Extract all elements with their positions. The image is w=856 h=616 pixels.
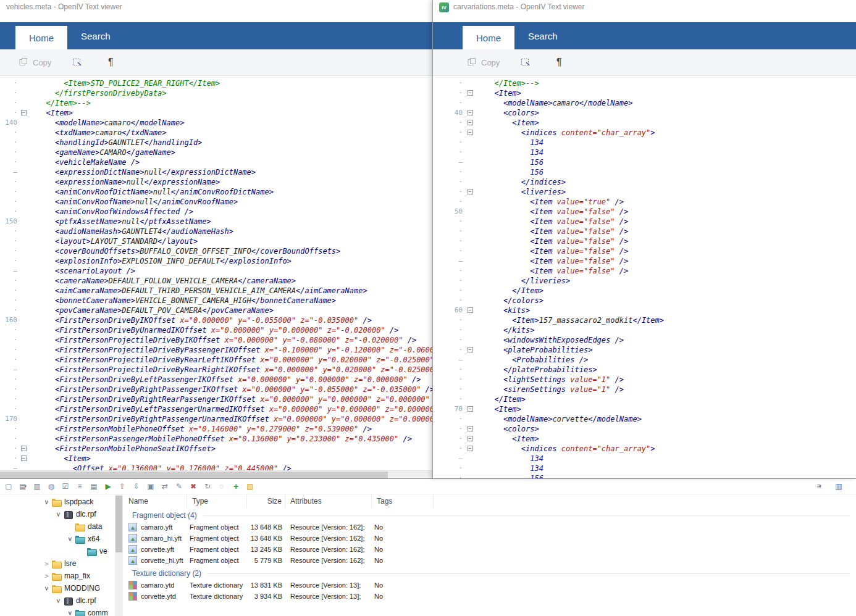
- tree-item-lsre[interactable]: >lsre: [0, 557, 115, 570]
- new-file-icon[interactable]: ▢: [2, 480, 15, 493]
- chevron-expanded-icon[interactable]: >: [43, 584, 51, 593]
- chevron-expanded-icon[interactable]: >: [54, 510, 62, 519]
- fold-column: [17, 217, 30, 227]
- fold-column: −: [463, 345, 477, 355]
- add-file-icon[interactable]: +: [230, 480, 242, 493]
- column-header-size[interactable]: Size: [247, 494, 285, 508]
- move-file-icon[interactable]: ⇄: [159, 480, 171, 493]
- folder-tree[interactable]: >lspdpack>dlc.rpfdata>x64ve>lsre>map_fix…: [0, 496, 115, 616]
- list-icon[interactable]: ≡: [73, 480, 86, 493]
- file-row-corvette.yft[interactable]: corvette.yftFragment object13 245 KBReso…: [124, 544, 856, 555]
- fold-collapse-icon[interactable]: −: [468, 426, 473, 431]
- preview-pane-icon[interactable]: ▥: [833, 480, 845, 493]
- tree-item-comm[interactable]: >comm: [0, 607, 115, 616]
- tab-home[interactable]: Home: [463, 26, 514, 49]
- rename-icon[interactable]: ✎: [173, 480, 185, 493]
- scrollbar-thumb[interactable]: [0, 472, 388, 478]
- tree-item-lspdpack[interactable]: >lspdpack: [0, 496, 115, 508]
- column-header-attributes[interactable]: Attributes: [285, 494, 372, 508]
- tab-home[interactable]: Home: [15, 26, 67, 49]
- fold-collapse-icon[interactable]: −: [468, 90, 473, 96]
- file-row-corvette.ytd[interactable]: corvette.ytdTexture dictionary3 934 KBRe…: [124, 591, 856, 602]
- chevron-collapsed-icon[interactable]: >: [42, 560, 51, 568]
- select-all-icon[interactable]: [70, 55, 85, 70]
- copy-file-icon[interactable]: ▣: [145, 480, 157, 493]
- export-icon[interactable]: ⇧: [116, 480, 128, 493]
- column-header-type[interactable]: Type: [187, 494, 247, 508]
- file-row-camaro_hi.yft[interactable]: camaro_hi.yftFragment object13 648 KBRes…: [124, 533, 856, 544]
- world-icon[interactable]: ◍: [45, 480, 57, 493]
- fold-collapse-icon[interactable]: −: [21, 446, 27, 451]
- fold-column: [17, 246, 30, 256]
- code-line-39: · <modelName>camaro</modelName>: [433, 98, 856, 108]
- tree-item-map-fix[interactable]: >map_fix: [0, 570, 115, 582]
- fold-collapse-icon[interactable]: −: [21, 110, 27, 115]
- tab-search[interactable]: Search: [67, 22, 124, 49]
- column-header-name[interactable]: Name: [124, 494, 187, 508]
- edit-mode-icon[interactable]: ▶: [102, 480, 114, 493]
- tree-item-modding[interactable]: >MODDING: [0, 582, 115, 594]
- copy-button[interactable]: Copy: [467, 57, 500, 69]
- group-header[interactable]: Fragment object (4): [124, 510, 856, 520]
- ytd-file-icon: [128, 592, 137, 601]
- search-icon[interactable]: ◌: [216, 480, 228, 493]
- copy-button[interactable]: Copy: [19, 57, 51, 69]
- file-row-corvette_hi.yft[interactable]: corvette_hi.yftFragment object5 779 KBRe…: [124, 555, 856, 566]
- line-number: ·: [433, 197, 463, 207]
- titlebar[interactable]: IV carvariations.meta - OpenIV Text view…: [433, 0, 856, 22]
- fold-collapse-icon[interactable]: −: [21, 456, 27, 461]
- file-row-camaro.ytd[interactable]: camaro.ytdTexture dictionary13 831 KBRes…: [124, 580, 856, 591]
- tree-vertical-scrollbar[interactable]: [115, 494, 123, 616]
- code-line-66: · </plateProbabilities>: [433, 365, 856, 375]
- show-formatting-icon[interactable]: ¶: [552, 55, 566, 70]
- tree-item-dlc-rpf[interactable]: >dlc.rpf: [0, 594, 115, 607]
- import-icon[interactable]: ⇩: [130, 480, 143, 493]
- fold-collapse-icon[interactable]: −: [468, 446, 473, 451]
- chevron-expanded-icon[interactable]: >: [66, 535, 74, 544]
- code-text: <Item value="false" />: [477, 236, 856, 246]
- tree-item-data[interactable]: data: [0, 520, 115, 533]
- checkbox-icon[interactable]: ☑: [59, 480, 72, 493]
- fold-column: −: [463, 404, 477, 414]
- fold-collapse-icon[interactable]: −: [468, 110, 473, 115]
- new-package-icon[interactable]: ▧: [244, 480, 256, 493]
- fold-collapse-icon[interactable]: −: [468, 120, 473, 125]
- chevron-expanded-icon[interactable]: >: [43, 497, 51, 507]
- tree-item-ve[interactable]: ve: [0, 545, 115, 557]
- line-number: ·: [433, 177, 463, 187]
- dropdown-caret-icon[interactable]: ▾: [24, 484, 27, 489]
- show-formatting-icon[interactable]: ¶: [103, 55, 118, 70]
- fold-collapse-icon[interactable]: −: [468, 347, 473, 352]
- tree-view-icon[interactable]: ▤: [88, 480, 100, 493]
- file-list-header: Name Type Size Attributes Tags: [124, 494, 856, 508]
- tab-search[interactable]: Search: [514, 22, 571, 49]
- code-line-62: · </kits>: [433, 325, 856, 335]
- fold-collapse-icon[interactable]: −: [468, 307, 473, 313]
- fold-collapse-icon[interactable]: −: [468, 189, 473, 194]
- dropdown-caret-icon[interactable]: ▾: [819, 484, 821, 489]
- chevron-expanded-icon[interactable]: >: [54, 596, 62, 606]
- tree-item-dlc-rpf[interactable]: >dlc.rpf: [0, 508, 115, 520]
- fold-collapse-icon[interactable]: −: [468, 436, 473, 441]
- group-divider: [203, 515, 850, 516]
- details-view-icon[interactable]: ≡▾: [813, 480, 825, 493]
- refresh-icon[interactable]: ↻: [201, 480, 214, 493]
- save-icon[interactable]: ▥: [31, 480, 43, 493]
- line-number: ·: [433, 464, 463, 473]
- line-number: ·: [0, 138, 17, 148]
- open-file-icon[interactable]: ▤▾: [17, 480, 29, 493]
- chevron-collapsed-icon[interactable]: >: [42, 572, 51, 580]
- scrollbar-thumb[interactable]: [115, 496, 122, 552]
- fold-column: −: [463, 118, 477, 128]
- delete-icon[interactable]: ✖: [187, 480, 199, 493]
- column-header-tags[interactable]: Tags: [372, 494, 434, 508]
- group-header[interactable]: Texture dictionary (2): [124, 568, 856, 578]
- tree-item-x64[interactable]: >x64: [0, 533, 115, 545]
- chevron-expanded-icon[interactable]: >: [66, 609, 74, 616]
- file-row-camaro.yft[interactable]: camaro.yftFragment object13 648 KBResour…: [124, 522, 856, 533]
- fold-collapse-icon[interactable]: −: [468, 130, 473, 135]
- line-number: ·: [0, 276, 17, 286]
- code-editor-carvariations[interactable]: · </Item>-->·− <Item>· <modelName>camaro…: [433, 76, 856, 478]
- fold-collapse-icon[interactable]: −: [468, 406, 473, 412]
- select-all-icon[interactable]: [518, 55, 533, 70]
